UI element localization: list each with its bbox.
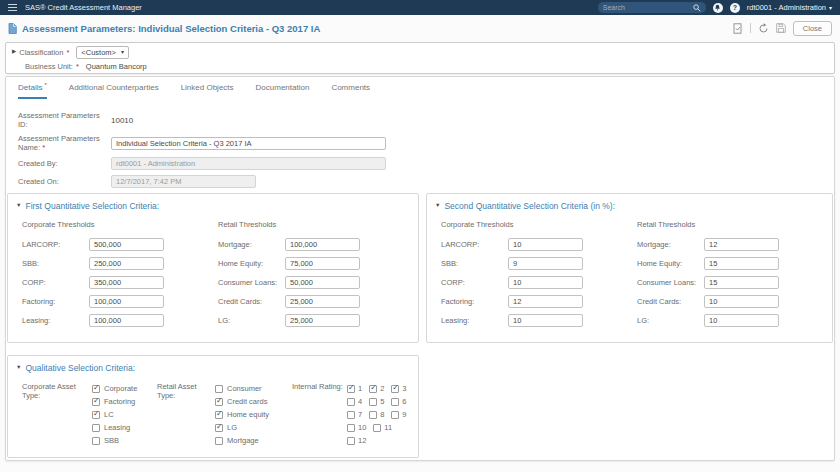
collapse-panel-icon[interactable]: ▼ — [16, 203, 21, 209]
help-icon[interactable]: ? — [730, 3, 740, 13]
panel-header: ▼ Second Quantitative Selection Criteria… — [427, 194, 832, 214]
checkbox[interactable] — [391, 411, 399, 419]
checkbox[interactable] — [215, 411, 223, 419]
column-header: Corporate Thresholds — [22, 220, 218, 229]
chk-rating-3[interactable]: 3 — [391, 384, 406, 393]
refresh-icon[interactable] — [758, 23, 769, 34]
second-sbb-input[interactable] — [508, 257, 583, 270]
first-mortgage-input[interactable] — [285, 238, 360, 251]
chk-credit-cards[interactable]: Credit cards — [215, 395, 292, 408]
checkbox[interactable] — [347, 411, 355, 419]
chk-lc[interactable]: LC — [92, 408, 157, 421]
chk-rating-6[interactable]: 6 — [391, 397, 406, 406]
panel-header: ▼ First Quantitative Selection Criteria: — [8, 194, 418, 214]
second-lg-input[interactable] — [704, 314, 779, 327]
checkbox[interactable] — [373, 424, 381, 432]
second-mortgage-input[interactable] — [704, 238, 779, 251]
checkbox[interactable] — [92, 424, 100, 432]
checkbox[interactable] — [92, 398, 100, 406]
chk-rating-5[interactable]: 5 — [369, 397, 384, 406]
chk-rating-1[interactable]: 1 — [347, 384, 362, 393]
chk-rating-12[interactable]: 12 — [347, 436, 366, 445]
tab-details[interactable]: Details * — [18, 83, 47, 99]
chk-sbb[interactable]: SBB — [92, 434, 157, 447]
checkbox[interactable] — [347, 398, 355, 406]
collapse-panel-icon[interactable]: ▼ — [435, 203, 440, 209]
tab-comments[interactable]: Comments — [331, 83, 370, 99]
field-label: Consumer Loans: — [637, 278, 704, 287]
checkbox[interactable] — [347, 424, 355, 432]
second-corp-input[interactable] — [508, 276, 583, 289]
panel-title: Qualitative Selection Criteria: — [25, 363, 135, 373]
tab-linked-objects[interactable]: Linked Objects — [181, 83, 234, 99]
first-lg-input[interactable] — [285, 314, 360, 327]
panel-title: Second Quantitative Selection Criteria (… — [444, 201, 615, 211]
first-home-equity-input[interactable] — [285, 257, 360, 270]
search-icon[interactable] — [693, 4, 701, 12]
first-factoring-input[interactable] — [89, 295, 164, 308]
first-consumer-loans-input[interactable] — [285, 276, 360, 289]
second-home-equity-input[interactable] — [704, 257, 779, 270]
checkbox[interactable] — [92, 411, 100, 419]
assessment-name-input[interactable] — [111, 137, 386, 150]
save-icon[interactable] — [776, 23, 786, 33]
required-marker: * — [66, 48, 69, 57]
checkbox[interactable] — [92, 385, 100, 393]
search-box[interactable] — [598, 2, 706, 13]
close-button[interactable]: Close — [793, 21, 832, 36]
second-credit-cards-input[interactable] — [704, 295, 779, 308]
chk-rating-2[interactable]: 2 — [369, 384, 384, 393]
panel-header: ▼ Qualitative Selection Criteria: — [8, 356, 418, 376]
chk-mortgage[interactable]: Mortgage — [215, 434, 292, 447]
validate-icon[interactable] — [733, 23, 743, 34]
expand-classification-icon[interactable]: ▶ — [12, 49, 16, 55]
chk-rating-11[interactable]: 11 — [373, 423, 392, 432]
assessment-name-label: Assessment Parameters Name: * — [18, 134, 111, 152]
first-credit-cards-input[interactable] — [285, 295, 360, 308]
checkbox[interactable] — [369, 398, 377, 406]
chk-consumer[interactable]: Consumer — [215, 382, 292, 395]
checkbox[interactable] — [369, 385, 377, 393]
tab-label: Documentation — [256, 83, 310, 96]
collapse-panel-icon[interactable]: ▼ — [16, 365, 21, 371]
classification-dropdown[interactable]: <Custom> ▾ — [76, 46, 129, 59]
second-consumer-loans-input[interactable] — [704, 276, 779, 289]
chk-corporate[interactable]: Corporate — [92, 382, 157, 395]
checkbox[interactable] — [215, 385, 223, 393]
chk-home-equity[interactable]: Home equity — [215, 408, 292, 421]
search-input[interactable] — [603, 4, 690, 11]
checkbox[interactable] — [347, 385, 355, 393]
chk-factoring[interactable]: Factoring — [92, 395, 157, 408]
first-larcorp-input[interactable] — [89, 238, 164, 251]
chk-rating-8[interactable]: 8 — [369, 410, 384, 419]
checkbox[interactable] — [391, 385, 399, 393]
assessment-id-label: Assessment Parameters ID: — [18, 111, 111, 129]
notifications-icon[interactable] — [713, 3, 723, 13]
chk-rating-9[interactable]: 9 — [391, 410, 406, 419]
retail-asset-options: Consumer Credit cards Home equity LG Mor… — [215, 382, 292, 447]
checkbox[interactable] — [92, 437, 100, 445]
tab-documentation[interactable]: Documentation — [256, 83, 310, 99]
chk-rating-4[interactable]: 4 — [347, 397, 362, 406]
checkbox[interactable] — [215, 398, 223, 406]
second-larcorp-input[interactable] — [508, 238, 583, 251]
user-menu[interactable]: rdt0001 - Administration ▾ — [747, 3, 832, 12]
checkbox[interactable] — [215, 437, 223, 445]
checkbox[interactable] — [347, 437, 355, 445]
checkbox[interactable] — [391, 398, 399, 406]
checkbox[interactable] — [215, 424, 223, 432]
checkbox[interactable] — [369, 411, 377, 419]
second-factoring-input[interactable] — [508, 295, 583, 308]
first-sbb-input[interactable] — [89, 257, 164, 270]
second-leasing-input[interactable] — [508, 314, 583, 327]
menu-icon[interactable] — [8, 4, 17, 11]
chk-rating-10[interactable]: 10 — [347, 423, 366, 432]
chk-leasing[interactable]: Leasing — [92, 421, 157, 434]
chk-lg[interactable]: LG — [215, 421, 292, 434]
chk-rating-7[interactable]: 7 — [347, 410, 362, 419]
first-corp-input[interactable] — [89, 276, 164, 289]
tab-additional-counterparties[interactable]: Additional Counterparties — [69, 83, 159, 99]
column-header: Retail Thresholds — [637, 220, 824, 229]
field-row: Credit Cards: — [218, 295, 410, 308]
first-leasing-input[interactable] — [89, 314, 164, 327]
